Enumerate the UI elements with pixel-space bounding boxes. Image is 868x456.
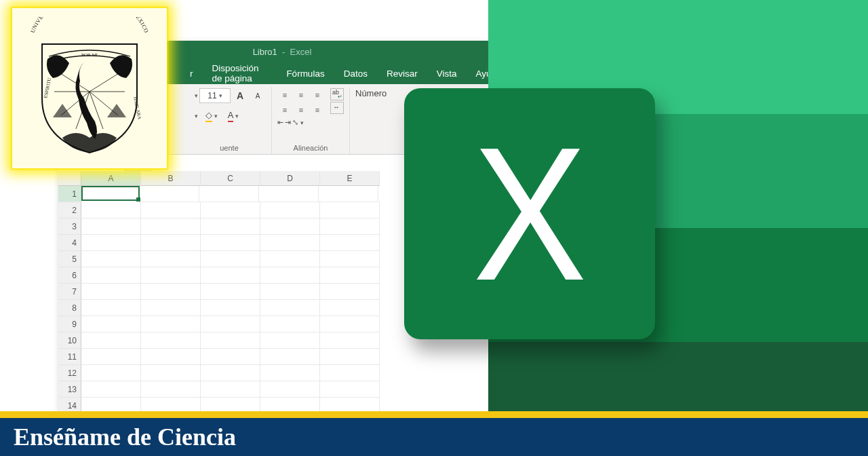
row-header[interactable]: 5 <box>58 251 81 267</box>
align-center-icon[interactable]: ≡ <box>294 103 309 117</box>
cell[interactable] <box>320 218 380 235</box>
cell[interactable] <box>141 267 201 284</box>
column-header[interactable]: E <box>320 171 380 186</box>
column-header[interactable]: D <box>260 171 320 186</box>
cell[interactable] <box>81 332 141 349</box>
merge-center-button[interactable]: ↔ <box>330 102 344 114</box>
cell[interactable] <box>260 267 320 284</box>
cell[interactable] <box>320 202 380 218</box>
row-header[interactable]: 6 <box>58 267 81 284</box>
increase-indent-icon[interactable]: ⇥ <box>285 118 291 127</box>
cell[interactable] <box>320 332 380 349</box>
cell[interactable] <box>81 300 141 316</box>
row-header[interactable]: 8 <box>58 300 81 316</box>
cell[interactable] <box>320 235 380 251</box>
cell[interactable] <box>81 381 141 398</box>
decrease-indent-icon[interactable]: ⇤ <box>277 118 283 127</box>
cell[interactable] <box>260 251 320 267</box>
cell[interactable] <box>260 332 320 349</box>
cell[interactable] <box>260 381 320 398</box>
cell[interactable] <box>81 186 140 201</box>
cell[interactable] <box>319 186 378 202</box>
cell[interactable] <box>81 235 141 251</box>
tab-partial[interactable]: r <box>180 62 203 84</box>
cell[interactable] <box>260 365 320 381</box>
cell[interactable] <box>201 300 260 316</box>
cell[interactable] <box>260 316 320 332</box>
cell[interactable] <box>141 218 201 235</box>
cell[interactable] <box>259 186 319 202</box>
column-header[interactable]: B <box>141 171 201 186</box>
cell[interactable] <box>201 235 260 251</box>
row-header[interactable]: 9 <box>58 316 81 332</box>
cell[interactable] <box>320 300 380 316</box>
cell[interactable] <box>201 332 260 349</box>
cell[interactable] <box>140 186 199 202</box>
cell[interactable] <box>320 349 380 365</box>
cell[interactable] <box>201 218 260 235</box>
row-header[interactable]: 3 <box>58 218 81 235</box>
cell[interactable] <box>199 186 259 202</box>
font-color-button[interactable]: A ▾ <box>225 109 241 124</box>
cell[interactable] <box>260 349 320 365</box>
cell[interactable] <box>81 365 141 381</box>
font-name-dropdown-icon[interactable]: ▾ <box>195 92 198 99</box>
row-header[interactable]: 12 <box>58 365 81 381</box>
border-dropdown-icon[interactable]: ▾ <box>195 113 198 119</box>
cell[interactable] <box>141 235 201 251</box>
cell[interactable] <box>201 316 260 332</box>
cell[interactable] <box>201 365 260 381</box>
cell[interactable] <box>201 284 260 300</box>
cell[interactable] <box>260 202 320 218</box>
row-header[interactable]: 10 <box>58 332 81 349</box>
cell[interactable] <box>201 251 260 267</box>
cell[interactable] <box>81 251 141 267</box>
number-format-selector[interactable]: Número <box>355 88 387 98</box>
cell[interactable] <box>141 349 201 365</box>
cell[interactable] <box>320 267 380 284</box>
column-header[interactable]: A <box>81 171 141 186</box>
cell[interactable] <box>320 284 380 300</box>
row-header[interactable]: 11 <box>58 349 81 365</box>
cell[interactable] <box>141 316 201 332</box>
select-all-corner[interactable] <box>58 171 81 186</box>
cell[interactable] <box>320 316 380 332</box>
cell[interactable] <box>201 202 260 218</box>
row-header[interactable]: 13 <box>58 381 81 398</box>
orientation-icon[interactable]: ⤡▾ <box>292 118 304 127</box>
cell[interactable] <box>141 300 201 316</box>
cell[interactable] <box>260 284 320 300</box>
cell[interactable] <box>141 284 201 300</box>
tab-data[interactable]: Datos <box>334 62 377 84</box>
column-header[interactable]: C <box>201 171 260 186</box>
cell[interactable] <box>81 202 141 218</box>
align-right-icon[interactable]: ≡ <box>310 103 325 117</box>
row-header[interactable]: 7 <box>58 284 81 300</box>
align-bottom-icon[interactable]: ≡ <box>310 88 325 102</box>
cell[interactable] <box>201 349 260 365</box>
row-header[interactable]: 2 <box>58 202 81 218</box>
cell[interactable] <box>320 381 380 398</box>
align-top-icon[interactable]: ≡ <box>277 88 292 102</box>
increase-font-button[interactable]: A <box>232 88 248 103</box>
cell[interactable] <box>320 365 380 381</box>
cell[interactable] <box>81 349 141 365</box>
cell[interactable] <box>260 218 320 235</box>
cell[interactable] <box>141 365 201 381</box>
cell[interactable] <box>81 316 141 332</box>
cell[interactable] <box>141 251 201 267</box>
tab-page-layout[interactable]: Disposición de página <box>203 62 277 84</box>
cell[interactable] <box>81 267 141 284</box>
cell[interactable] <box>81 218 141 235</box>
wrap-text-button[interactable]: ab ↵ <box>330 88 344 100</box>
cell[interactable] <box>81 284 141 300</box>
cell[interactable] <box>260 300 320 316</box>
row-header[interactable]: 1 <box>58 186 81 202</box>
fill-color-button[interactable]: ◇ ▾ <box>203 109 220 124</box>
cell[interactable] <box>201 381 260 398</box>
decrease-font-button[interactable]: A <box>250 88 266 103</box>
align-middle-icon[interactable]: ≡ <box>294 88 309 102</box>
font-size-selector[interactable]: 11 ▾ <box>199 88 231 103</box>
cell[interactable] <box>141 332 201 349</box>
cell[interactable] <box>201 267 260 284</box>
